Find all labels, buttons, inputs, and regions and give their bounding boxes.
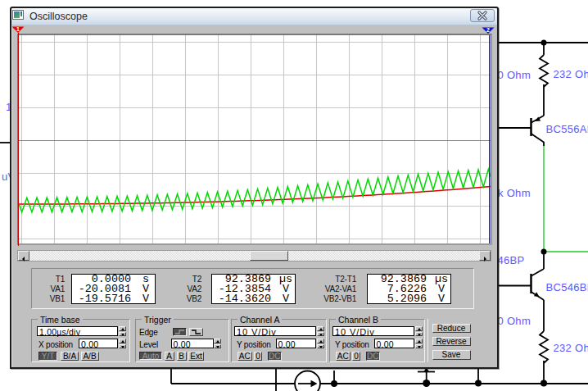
svg-text:k Ohm: k Ohm (498, 187, 531, 199)
svg-text:2: 2 (486, 27, 490, 33)
svg-text:232 Oh: 232 Oh (554, 342, 588, 354)
svg-text:232 Oh: 232 Oh (554, 68, 588, 80)
svg-text:BC546BP: BC546BP (546, 281, 588, 293)
svg-text:46BP: 46BP (498, 254, 525, 266)
svg-text:1: 1 (16, 26, 20, 32)
svg-text:0 Ohm: 0 Ohm (498, 315, 531, 327)
svg-text:BC556AP: BC556AP (546, 123, 588, 135)
svg-text:0 Ohm: 0 Ohm (498, 69, 531, 81)
